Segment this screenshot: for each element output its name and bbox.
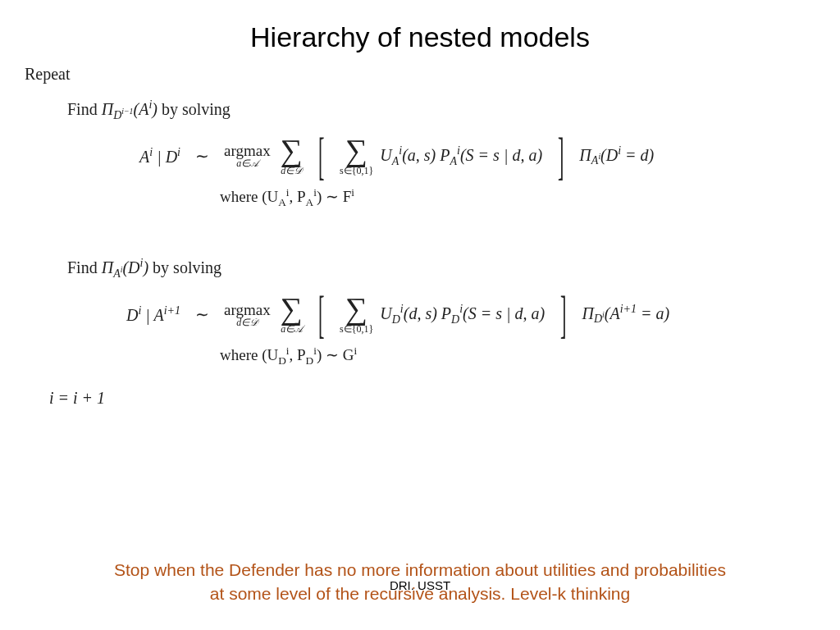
block1-find-expr: ΠDi−1(Ai) bbox=[102, 100, 158, 118]
block1-find-line: Find ΠDi−1(Ai) by solving bbox=[67, 98, 815, 122]
block2-find-prefix: Find bbox=[67, 258, 102, 276]
slide-title: Hierarchy of nested models bbox=[0, 0, 840, 58]
block1-find-suffix: by solving bbox=[158, 100, 231, 118]
right-bracket-icon: ] bbox=[560, 292, 566, 336]
argmax-sub: d∈𝒟 bbox=[236, 317, 258, 327]
argmax-label: argmax bbox=[224, 302, 271, 317]
block2-where: where (UDi, PDi) ∼ Gi bbox=[220, 345, 815, 368]
sum-outer-sub: a∈𝒜 bbox=[281, 324, 302, 334]
sum-inner-sub: s∈{0,1} bbox=[340, 324, 373, 334]
tilde-operator: ∼ bbox=[190, 304, 214, 324]
block2-tail: ΠDi(Ai+1 = a) bbox=[582, 303, 669, 326]
block1-tail: ΠAi(Di = d) bbox=[579, 144, 654, 168]
right-bracket-icon: ] bbox=[558, 134, 564, 178]
footer-line-1: Stop when the Defender has no more infor… bbox=[114, 560, 726, 579]
sum-outer: ∑ a∈𝒜 bbox=[281, 294, 303, 334]
block1-inside: UAi(a, s) PAi(S = s | d, a) bbox=[380, 144, 542, 168]
left-bracket-icon: [ bbox=[318, 292, 324, 336]
block2-lhs: Di | Ai+1 bbox=[82, 304, 180, 325]
argmax-sub: a∈𝒜 bbox=[236, 158, 258, 168]
page-marker: DRI. USST bbox=[0, 578, 840, 592]
sum-outer-sub: d∈𝒟 bbox=[281, 166, 302, 176]
block2-equation: Di | Ai+1 ∼ argmax d∈𝒟 ∑ a∈𝒜 [ ∑ s∈{0,1}… bbox=[82, 292, 815, 336]
sigma-icon: ∑ bbox=[345, 136, 368, 164]
block2-find-suffix: by solving bbox=[148, 258, 221, 276]
left-bracket-icon: [ bbox=[318, 134, 324, 178]
sum-inner: ∑ s∈{0,1} bbox=[340, 294, 373, 334]
sum-inner-sub: s∈{0,1} bbox=[340, 166, 373, 176]
block1-lhs: Ai | Di bbox=[82, 146, 180, 167]
slide-body: Repeat Find ΠDi−1(Ai) by solving Ai | Di… bbox=[0, 65, 840, 408]
sigma-icon: ∑ bbox=[281, 294, 303, 322]
sum-inner: ∑ s∈{0,1} bbox=[340, 136, 373, 176]
repeat-label: Repeat bbox=[25, 65, 815, 84]
block1-where: where (UAi, PAi) ∼ Fi bbox=[220, 186, 815, 209]
block2-find-line: Find ΠAi(Di) by solving bbox=[67, 257, 815, 281]
argmax-operator: argmax a∈𝒜 bbox=[224, 143, 271, 168]
argmax-operator: argmax d∈𝒟 bbox=[224, 302, 271, 327]
sigma-icon: ∑ bbox=[281, 136, 303, 164]
tilde-operator: ∼ bbox=[190, 146, 214, 166]
block1-equation: Ai | Di ∼ argmax a∈𝒜 ∑ d∈𝒟 [ ∑ s∈{0,1} U… bbox=[82, 134, 815, 178]
increment-line: i = i + 1 bbox=[49, 389, 815, 408]
sum-outer: ∑ d∈𝒟 bbox=[281, 136, 303, 176]
block2-find-expr: ΠAi(Di) bbox=[102, 258, 148, 276]
sigma-icon: ∑ bbox=[345, 294, 368, 322]
block2-inside: UDi(d, s) PDi(S = s | d, a) bbox=[380, 303, 545, 326]
argmax-label: argmax bbox=[224, 143, 271, 158]
block1-find-prefix: Find bbox=[67, 100, 102, 118]
